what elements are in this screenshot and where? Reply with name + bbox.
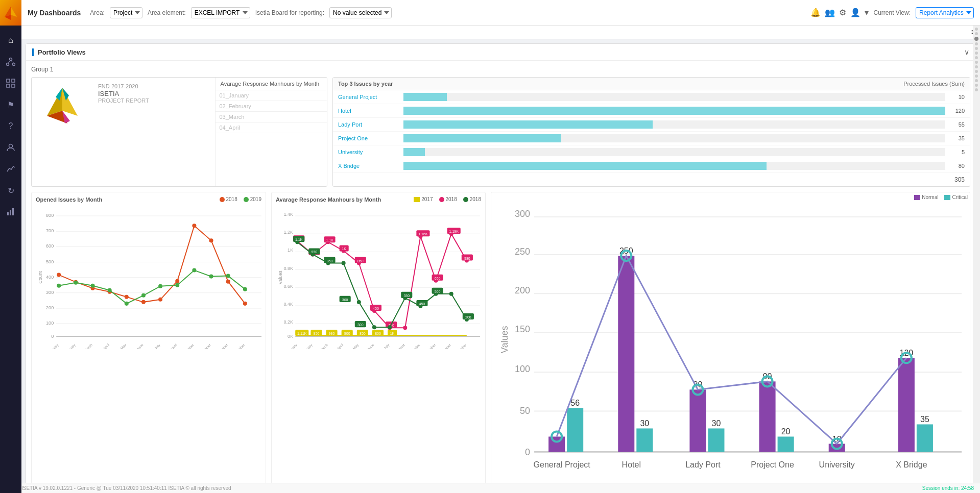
report-logo [32, 78, 93, 134]
top3-title: Top 3 Issues by year [338, 81, 393, 87]
area-element-label: Area element: [148, 9, 186, 16]
svg-text:0: 0 [525, 447, 530, 457]
svg-line-7 [11, 61, 14, 63]
svg-text:Hotel: Hotel [622, 460, 641, 469]
opened-issues-svg: 0 100 200 300 400 500 600 700 800 Count [36, 206, 261, 349]
svg-text:700: 700 [46, 228, 54, 233]
scrollbar-dot [975, 84, 978, 87]
right-scrollbar[interactable] [973, 26, 980, 483]
svg-text:05_May: 05_May [115, 343, 128, 350]
svg-text:30: 30 [712, 419, 721, 428]
svg-point-63 [226, 274, 230, 278]
legend-label-avg-2017: 2017 [421, 196, 433, 202]
top3-row-gp: General Project 10 [333, 90, 970, 104]
svg-text:1.4K: 1.4K [284, 212, 294, 217]
sidebar-item-grid[interactable] [2, 74, 20, 92]
svg-text:200: 200 [515, 285, 530, 295]
svg-point-64 [243, 287, 247, 291]
bar-normal-gp [548, 436, 565, 452]
panel-collapse-button[interactable]: ∨ [964, 48, 969, 56]
area-label: Area: [90, 9, 105, 16]
gear-icon[interactable]: ⚙ [839, 8, 846, 17]
svg-point-59 [158, 284, 162, 288]
scrollbar-dot [975, 75, 978, 78]
sidebar-item-refresh[interactable]: ↻ [2, 181, 20, 200]
svg-point-4 [7, 63, 9, 66]
sub-toolbar: ≡ [21, 26, 980, 39]
svg-text:12_December: 12_December [448, 343, 467, 350]
avg-response-svg: 0K 0.2K 0.4K 0.6K 0.8K 1K 1.2K 1.4K Valu… [276, 206, 481, 349]
svg-text:650: 650 [435, 277, 441, 280]
bell-icon[interactable]: 🔔 [810, 8, 821, 17]
month-feb: 02_February [216, 101, 327, 112]
bar-critical-lady [708, 428, 724, 452]
chart-opened-issues: Opened Issues by Month 2018 2019 [31, 192, 266, 483]
svg-point-5 [13, 63, 15, 66]
svg-point-58 [141, 293, 146, 298]
svg-text:X Bridge: X Bridge [896, 460, 927, 469]
svg-rect-8 [7, 79, 10, 82]
svg-text:900: 900 [344, 332, 350, 335]
scrollbar-dot [975, 52, 978, 55]
svg-point-152 [449, 292, 453, 296]
svg-text:1.11K: 1.11K [297, 332, 307, 335]
svg-text:0K: 0K [288, 334, 293, 339]
area-select[interactable]: Project [110, 7, 142, 18]
svg-text:07_July: 07_July [379, 343, 391, 350]
svg-rect-15 [12, 208, 14, 215]
svg-text:56: 56 [570, 399, 580, 407]
footer: ISETIA v 19.02.0.1221 - Generic @ Tue 03… [21, 483, 980, 493]
sidebar-item-chart[interactable] [2, 160, 20, 178]
legend-2019: 2019 [244, 196, 261, 202]
top3-col-header: Processed Issues (Sum) [903, 81, 965, 87]
top3-value-hotel: 120 [949, 108, 965, 114]
user-icon[interactable]: 👥 [825, 8, 835, 17]
isetia-board-select[interactable]: No value selected [329, 7, 392, 18]
top3-row-univ: University 5 [333, 145, 970, 159]
profile-icon[interactable]: 👤 [850, 8, 861, 17]
sidebar-item-analytics[interactable] [2, 203, 20, 221]
legend-label-2019: 2019 [250, 196, 261, 202]
svg-point-49 [192, 224, 196, 228]
report-info: FND 2017-2020 ISETIA PROJECT REPORT [93, 78, 216, 186]
top3-row-lady: Lady Port 55 [333, 118, 970, 132]
sidebar-item-flag[interactable]: ⚑ [2, 95, 20, 114]
scrollbar-dot-active [974, 37, 978, 41]
svg-text:University: University [819, 460, 855, 469]
bar-critical-hotel [636, 428, 653, 452]
isetia-board-label: Isetia Board for reporting: [255, 9, 324, 16]
sidebar-item-help[interactable]: ? [2, 117, 20, 135]
legend-2018: 2018 [220, 196, 237, 202]
sidebar-item-home[interactable]: ⌂ [2, 31, 20, 50]
svg-text:500: 500 [46, 259, 54, 264]
scrollbar-dot [975, 65, 978, 68]
content-area: Portfolio Views ∨ Group 1 [21, 39, 980, 483]
logo [0, 0, 21, 26]
current-view-select[interactable]: Report Analytics [916, 7, 974, 18]
area-element-select[interactable]: EXCEL IMPORT [191, 7, 250, 18]
bar-critical-bridge [917, 424, 933, 452]
svg-text:950: 950 [314, 332, 320, 335]
dropdown-arrow-icon: ▾ [865, 8, 869, 17]
svg-text:0.2K: 0.2K [284, 319, 294, 325]
svg-point-47 [158, 298, 162, 302]
svg-point-61 [192, 268, 196, 273]
legend-rect-2017 [414, 197, 420, 202]
svg-text:35: 35 [920, 415, 929, 424]
sidebar-item-network[interactable] [2, 53, 20, 71]
svg-point-145 [342, 261, 346, 265]
svg-text:1.2K: 1.2K [284, 230, 294, 235]
svg-text:Lady Port: Lady Port [685, 460, 721, 469]
top3-total: 305 [333, 173, 970, 186]
topbar-right: 🔔 👥 ⚙ 👤 ▾ Current View: Report Analytics [810, 7, 974, 18]
top3-bar-lady [403, 120, 945, 129]
svg-point-50 [209, 238, 213, 242]
top3-bar-hotel [403, 107, 945, 115]
svg-point-12 [9, 144, 13, 148]
sidebar-item-users[interactable] [2, 138, 20, 157]
svg-text:800: 800 [46, 213, 54, 218]
svg-text:100: 100 [515, 364, 530, 374]
legend-dot-2018 [220, 197, 225, 202]
svg-text:980: 980 [464, 257, 470, 260]
svg-point-147 [372, 325, 376, 329]
